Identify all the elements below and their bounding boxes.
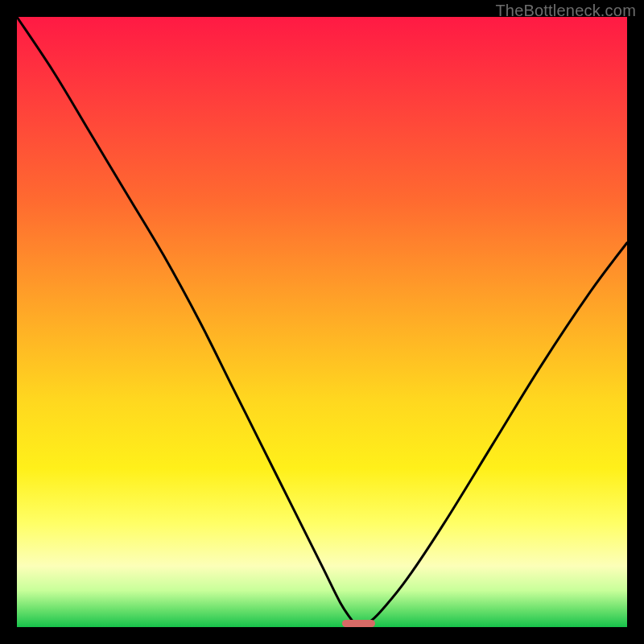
outer-frame: TheBottleneck.com <box>0 0 644 644</box>
optimal-marker <box>342 620 374 627</box>
bottleneck-curve <box>17 17 627 627</box>
curve-path <box>17 17 627 627</box>
watermark-text: TheBottleneck.com <box>495 2 636 20</box>
